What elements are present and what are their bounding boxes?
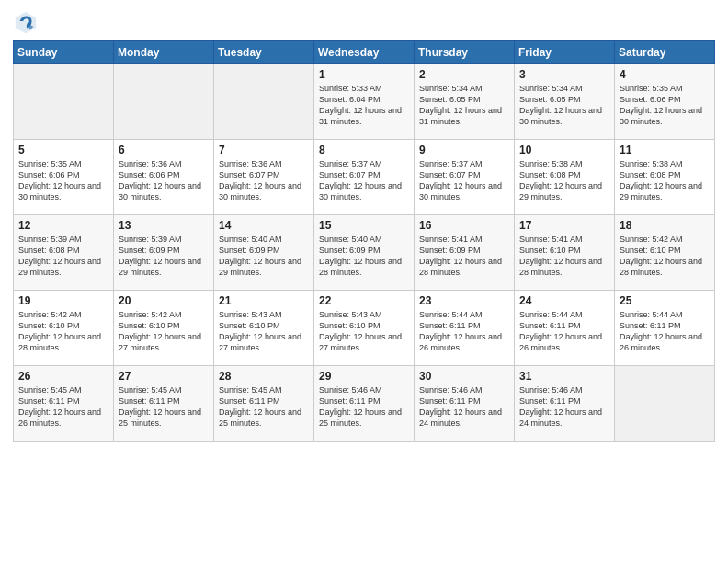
day-number: 26 bbox=[18, 370, 108, 383]
day-info: Sunrise: 5:36 AM Sunset: 6:07 PM Dayligh… bbox=[219, 158, 309, 203]
day-number: 2 bbox=[419, 68, 509, 81]
calendar-cell: 9Sunrise: 5:37 AM Sunset: 6:07 PM Daylig… bbox=[415, 140, 515, 215]
calendar-cell: 29Sunrise: 5:46 AM Sunset: 6:11 PM Dayli… bbox=[314, 366, 415, 442]
calendar-cell: 6Sunrise: 5:36 AM Sunset: 6:06 PM Daylig… bbox=[114, 140, 214, 215]
calendar-cell: 13Sunrise: 5:39 AM Sunset: 6:09 PM Dayli… bbox=[114, 215, 214, 291]
day-info: Sunrise: 5:46 AM Sunset: 6:11 PM Dayligh… bbox=[319, 385, 409, 430]
day-info: Sunrise: 5:41 AM Sunset: 6:09 PM Dayligh… bbox=[419, 234, 509, 279]
calendar-cell: 19Sunrise: 5:42 AM Sunset: 6:10 PM Dayli… bbox=[14, 291, 114, 366]
day-info: Sunrise: 5:38 AM Sunset: 6:08 PM Dayligh… bbox=[519, 158, 609, 203]
day-info: Sunrise: 5:35 AM Sunset: 6:06 PM Dayligh… bbox=[620, 83, 710, 128]
calendar-cell: 12Sunrise: 5:39 AM Sunset: 6:08 PM Dayli… bbox=[14, 215, 114, 291]
calendar-cell: 10Sunrise: 5:38 AM Sunset: 6:08 PM Dayli… bbox=[515, 140, 615, 215]
calendar-cell: 1Sunrise: 5:33 AM Sunset: 6:04 PM Daylig… bbox=[314, 64, 415, 140]
calendar-week-1: 1Sunrise: 5:33 AM Sunset: 6:04 PM Daylig… bbox=[14, 64, 715, 140]
calendar-cell: 20Sunrise: 5:42 AM Sunset: 6:10 PM Dayli… bbox=[114, 291, 214, 366]
calendar-cell: 21Sunrise: 5:43 AM Sunset: 6:10 PM Dayli… bbox=[214, 291, 314, 366]
day-info: Sunrise: 5:36 AM Sunset: 6:06 PM Dayligh… bbox=[119, 158, 209, 203]
calendar-cell: 24Sunrise: 5:44 AM Sunset: 6:11 PM Dayli… bbox=[515, 291, 615, 366]
day-number: 9 bbox=[419, 144, 509, 156]
calendar-cell: 4Sunrise: 5:35 AM Sunset: 6:06 PM Daylig… bbox=[615, 64, 715, 140]
day-number: 25 bbox=[620, 294, 710, 307]
calendar-cell: 7Sunrise: 5:36 AM Sunset: 6:07 PM Daylig… bbox=[214, 140, 314, 215]
day-number: 3 bbox=[519, 68, 609, 81]
day-info: Sunrise: 5:35 AM Sunset: 6:06 PM Dayligh… bbox=[18, 158, 108, 203]
day-number: 4 bbox=[620, 68, 710, 81]
calendar-week-4: 19Sunrise: 5:42 AM Sunset: 6:10 PM Dayli… bbox=[14, 291, 715, 366]
day-info: Sunrise: 5:39 AM Sunset: 6:09 PM Dayligh… bbox=[119, 234, 209, 279]
day-number: 28 bbox=[219, 370, 309, 383]
day-number: 17 bbox=[519, 219, 609, 232]
day-info: Sunrise: 5:44 AM Sunset: 6:11 PM Dayligh… bbox=[620, 309, 710, 354]
calendar-week-2: 5Sunrise: 5:35 AM Sunset: 6:06 PM Daylig… bbox=[14, 140, 715, 215]
page: SundayMondayTuesdayWednesdayThursdayFrid… bbox=[0, 0, 728, 563]
weekday-header-thursday: Thursday bbox=[415, 41, 515, 64]
calendar-cell: 30Sunrise: 5:46 AM Sunset: 6:11 PM Dayli… bbox=[415, 366, 515, 442]
calendar-cell: 8Sunrise: 5:37 AM Sunset: 6:07 PM Daylig… bbox=[314, 140, 415, 215]
day-number: 31 bbox=[519, 370, 609, 383]
calendar-cell bbox=[114, 64, 214, 140]
day-number: 18 bbox=[620, 219, 710, 232]
day-number: 5 bbox=[18, 144, 108, 156]
day-info: Sunrise: 5:42 AM Sunset: 6:10 PM Dayligh… bbox=[620, 234, 710, 279]
logo-icon bbox=[13, 9, 39, 35]
weekday-header-saturday: Saturday bbox=[615, 41, 715, 64]
calendar-week-5: 26Sunrise: 5:45 AM Sunset: 6:11 PM Dayli… bbox=[14, 366, 715, 442]
calendar-cell: 15Sunrise: 5:40 AM Sunset: 6:09 PM Dayli… bbox=[314, 215, 415, 291]
day-number: 27 bbox=[119, 370, 209, 383]
day-info: Sunrise: 5:42 AM Sunset: 6:10 PM Dayligh… bbox=[119, 309, 209, 354]
weekday-header-row: SundayMondayTuesdayWednesdayThursdayFrid… bbox=[14, 41, 715, 64]
day-info: Sunrise: 5:43 AM Sunset: 6:10 PM Dayligh… bbox=[219, 309, 309, 354]
day-info: Sunrise: 5:39 AM Sunset: 6:08 PM Dayligh… bbox=[18, 234, 108, 279]
calendar-cell: 5Sunrise: 5:35 AM Sunset: 6:06 PM Daylig… bbox=[14, 140, 114, 215]
logo bbox=[13, 9, 42, 35]
day-number: 10 bbox=[519, 144, 609, 156]
day-number: 22 bbox=[319, 294, 409, 307]
calendar-cell: 26Sunrise: 5:45 AM Sunset: 6:11 PM Dayli… bbox=[14, 366, 114, 442]
weekday-header-tuesday: Tuesday bbox=[214, 41, 314, 64]
svg-marker-0 bbox=[16, 12, 36, 33]
day-info: Sunrise: 5:33 AM Sunset: 6:04 PM Dayligh… bbox=[319, 83, 409, 128]
header bbox=[13, 9, 715, 35]
day-info: Sunrise: 5:43 AM Sunset: 6:10 PM Dayligh… bbox=[319, 309, 409, 354]
day-info: Sunrise: 5:45 AM Sunset: 6:11 PM Dayligh… bbox=[18, 385, 108, 430]
day-number: 24 bbox=[519, 294, 609, 307]
day-number: 23 bbox=[419, 294, 509, 307]
day-info: Sunrise: 5:41 AM Sunset: 6:10 PM Dayligh… bbox=[519, 234, 609, 279]
day-number: 29 bbox=[319, 370, 409, 383]
day-info: Sunrise: 5:42 AM Sunset: 6:10 PM Dayligh… bbox=[18, 309, 108, 354]
weekday-header-monday: Monday bbox=[114, 41, 214, 64]
day-number: 12 bbox=[18, 219, 108, 232]
day-number: 11 bbox=[620, 144, 710, 156]
calendar-cell: 28Sunrise: 5:45 AM Sunset: 6:11 PM Dayli… bbox=[214, 366, 314, 442]
day-info: Sunrise: 5:46 AM Sunset: 6:11 PM Dayligh… bbox=[419, 385, 509, 430]
calendar-cell: 25Sunrise: 5:44 AM Sunset: 6:11 PM Dayli… bbox=[615, 291, 715, 366]
day-info: Sunrise: 5:45 AM Sunset: 6:11 PM Dayligh… bbox=[219, 385, 309, 430]
weekday-header-friday: Friday bbox=[515, 41, 615, 64]
calendar-cell: 31Sunrise: 5:46 AM Sunset: 6:11 PM Dayli… bbox=[515, 366, 615, 442]
day-number: 15 bbox=[319, 219, 409, 232]
calendar-cell: 23Sunrise: 5:44 AM Sunset: 6:11 PM Dayli… bbox=[415, 291, 515, 366]
weekday-header-sunday: Sunday bbox=[14, 41, 114, 64]
day-info: Sunrise: 5:38 AM Sunset: 6:08 PM Dayligh… bbox=[620, 158, 710, 203]
day-info: Sunrise: 5:40 AM Sunset: 6:09 PM Dayligh… bbox=[219, 234, 309, 279]
calendar-cell: 14Sunrise: 5:40 AM Sunset: 6:09 PM Dayli… bbox=[214, 215, 314, 291]
day-number: 14 bbox=[219, 219, 309, 232]
day-info: Sunrise: 5:34 AM Sunset: 6:05 PM Dayligh… bbox=[419, 83, 509, 128]
day-info: Sunrise: 5:37 AM Sunset: 6:07 PM Dayligh… bbox=[419, 158, 509, 203]
calendar-cell: 27Sunrise: 5:45 AM Sunset: 6:11 PM Dayli… bbox=[114, 366, 214, 442]
calendar-cell: 17Sunrise: 5:41 AM Sunset: 6:10 PM Dayli… bbox=[515, 215, 615, 291]
day-info: Sunrise: 5:44 AM Sunset: 6:11 PM Dayligh… bbox=[519, 309, 609, 354]
day-info: Sunrise: 5:37 AM Sunset: 6:07 PM Dayligh… bbox=[319, 158, 409, 203]
day-info: Sunrise: 5:40 AM Sunset: 6:09 PM Dayligh… bbox=[319, 234, 409, 279]
calendar-cell bbox=[214, 64, 314, 140]
calendar-cell: 3Sunrise: 5:34 AM Sunset: 6:05 PM Daylig… bbox=[515, 64, 615, 140]
day-number: 21 bbox=[219, 294, 309, 307]
day-number: 16 bbox=[419, 219, 509, 232]
calendar-cell: 16Sunrise: 5:41 AM Sunset: 6:09 PM Dayli… bbox=[415, 215, 515, 291]
weekday-header-wednesday: Wednesday bbox=[314, 41, 415, 64]
calendar-cell: 22Sunrise: 5:43 AM Sunset: 6:10 PM Dayli… bbox=[314, 291, 415, 366]
calendar-week-3: 12Sunrise: 5:39 AM Sunset: 6:08 PM Dayli… bbox=[14, 215, 715, 291]
calendar-cell bbox=[14, 64, 114, 140]
day-number: 6 bbox=[119, 144, 209, 156]
